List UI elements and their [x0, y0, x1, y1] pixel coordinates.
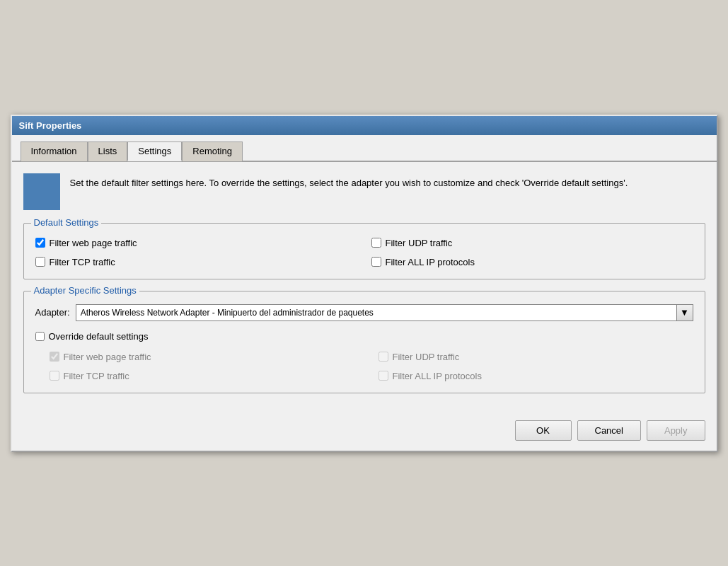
info-icon — [23, 173, 60, 210]
cancel-button[interactable]: Cancel — [577, 420, 641, 441]
a-filter-all-ip-row: Filter ALL IP protocols — [379, 371, 693, 381]
dialog-window: Sift Properties Information Lists Settin… — [11, 115, 718, 452]
a-filter-tcp-label: Filter TCP traffic — [64, 371, 129, 381]
a-filter-udp-row: Filter UDP traffic — [379, 352, 693, 362]
tab-information[interactable]: Information — [21, 142, 88, 161]
adapter-label: Adapter: — [35, 307, 70, 318]
filter-web-checkbox[interactable] — [35, 238, 45, 248]
a-filter-tcp-checkbox[interactable] — [50, 371, 59, 381]
filter-udp-row: Filter UDP traffic — [371, 238, 693, 248]
override-row: Override default settings — [35, 331, 693, 342]
tab-remoting[interactable]: Remoting — [182, 142, 243, 161]
adapter-dropdown-arrow[interactable]: ▼ — [676, 304, 693, 321]
filter-tcp-checkbox[interactable] — [35, 257, 45, 267]
tab-bar: Information Lists Settings Remoting — [12, 135, 717, 162]
override-label[interactable]: Override default settings — [49, 331, 149, 342]
info-text: Set the default filter settings here. To… — [70, 173, 628, 190]
filter-web-label[interactable]: Filter web page traffic — [50, 238, 137, 248]
override-checkbox[interactable] — [35, 332, 45, 341]
title-bar: Sift Properties — [12, 116, 717, 135]
default-settings-group: Default Settings Filter web page traffic… — [23, 223, 705, 279]
a-filter-web-label: Filter web page traffic — [64, 352, 151, 362]
adapter-settings-title: Adapter Specific Settings — [31, 285, 139, 296]
a-filter-web-checkbox[interactable] — [50, 352, 59, 362]
adapter-settings-group: Adapter Specific Settings Adapter: Ather… — [23, 291, 705, 393]
filter-all-ip-label[interactable]: Filter ALL IP protocols — [386, 257, 475, 267]
a-filter-all-ip-checkbox[interactable] — [379, 371, 388, 381]
button-bar: OK Cancel Apply — [12, 413, 717, 451]
a-filter-udp-checkbox[interactable] — [379, 352, 388, 362]
tab-lists[interactable]: Lists — [88, 142, 128, 161]
apply-button[interactable]: Apply — [647, 420, 705, 441]
filter-tcp-label[interactable]: Filter TCP traffic — [50, 257, 115, 267]
filter-tcp-row: Filter TCP traffic — [35, 257, 357, 267]
a-filter-tcp-row: Filter TCP traffic — [50, 371, 364, 381]
default-settings-title: Default Settings — [31, 217, 102, 228]
filter-web-row: Filter web page traffic — [35, 238, 357, 248]
tab-settings[interactable]: Settings — [127, 142, 182, 161]
filter-all-ip-row: Filter ALL IP protocols — [371, 257, 693, 267]
filter-udp-label[interactable]: Filter UDP traffic — [386, 238, 453, 248]
default-settings-checkboxes: Filter web page traffic Filter UDP traff… — [35, 238, 693, 267]
adapter-select-value: Atheros Wireless Network Adapter - Minip… — [81, 308, 374, 318]
info-banner: Set the default filter settings here. To… — [23, 173, 705, 210]
settings-content: Set the default filter settings here. To… — [12, 162, 717, 413]
adapter-select-wrapper: Atheros Wireless Network Adapter - Minip… — [76, 304, 693, 321]
filter-udp-checkbox[interactable] — [371, 238, 381, 248]
adapter-row: Adapter: Atheros Wireless Network Adapte… — [35, 304, 693, 321]
ok-button[interactable]: OK — [515, 420, 572, 441]
filter-all-ip-checkbox[interactable] — [371, 257, 381, 267]
adapter-checkboxes: Filter web page traffic Filter UDP traff… — [50, 352, 693, 381]
dialog-title: Sift Properties — [19, 120, 82, 131]
a-filter-all-ip-label: Filter ALL IP protocols — [393, 371, 482, 381]
a-filter-udp-label: Filter UDP traffic — [393, 352, 460, 362]
adapter-select[interactable]: Atheros Wireless Network Adapter - Minip… — [76, 304, 693, 321]
a-filter-web-row: Filter web page traffic — [50, 352, 364, 362]
